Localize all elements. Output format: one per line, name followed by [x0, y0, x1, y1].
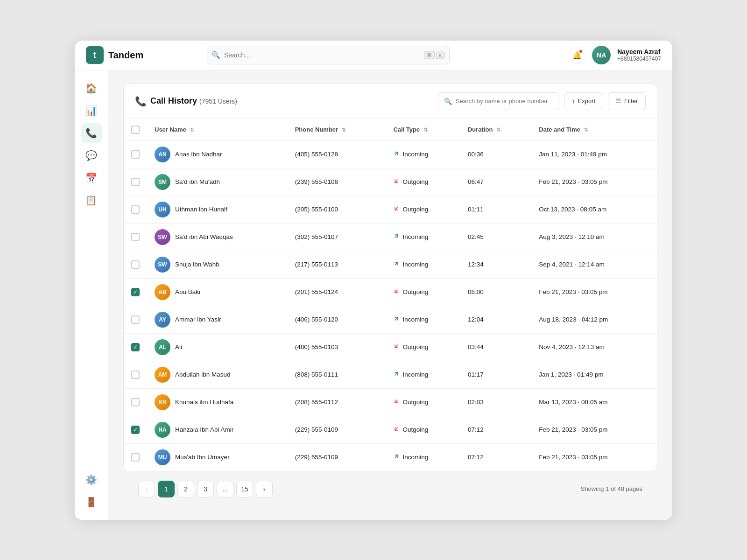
table-row: AY Ammar ibn Yasir (406) 555-0120 Incomi… [124, 306, 657, 333]
cell-calltype: Incoming [386, 361, 460, 388]
header-duration[interactable]: Duration ⇅ [460, 119, 531, 141]
page-button-15[interactable]: 15 [236, 481, 253, 497]
row-duration: 00:36 [468, 151, 484, 158]
sidebar-item-calls[interactable]: 📞 [81, 123, 102, 143]
row-checkbox[interactable] [131, 233, 140, 241]
cell-duration: 01:17 [460, 361, 531, 388]
row-username: Sa'd ibn Abi Waqqas [175, 233, 233, 240]
cell-datetime: Feb 21, 2023 · 03:05 pm [531, 168, 657, 196]
export-icon: ↑ [572, 98, 575, 105]
header-datetime[interactable]: Date and Time ⇅ [531, 119, 657, 141]
cell-username: AY Ammar ibn Yasir [147, 306, 288, 333]
cell-phone: (406) 555-0120 [288, 306, 386, 333]
row-checkbox[interactable]: ✓ [131, 426, 140, 434]
pagination-area: ‹ 1 2 3 ... 15 › Showing 1 of 48 pages [123, 471, 657, 507]
row-datetime: Feb 21, 2023 · 03:05 pm [539, 454, 607, 461]
select-all-checkbox[interactable] [131, 126, 140, 134]
header-phone[interactable]: Phone Number ⇅ [288, 119, 386, 141]
next-page-button[interactable]: › [256, 481, 273, 497]
calltype-col-label: Call Type [393, 126, 420, 133]
sidebar-item-settings[interactable]: ⚙️ [81, 469, 102, 490]
cell-phone: (201) 555-0124 [288, 278, 386, 306]
row-datetime: Feb 21, 2023 · 03:05 pm [539, 426, 607, 433]
cell-duration: 07:12 [460, 443, 531, 471]
row-checkbox[interactable] [131, 178, 140, 186]
row-checkbox[interactable] [131, 205, 140, 214]
incoming-call-icon [393, 260, 400, 268]
row-checkbox-cell [124, 388, 147, 416]
outgoing-call-icon [393, 343, 400, 351]
sidebar-item-logout[interactable]: 🚪 [81, 492, 102, 512]
outgoing-call-icon [393, 398, 400, 406]
row-phone: (808) 555-0111 [295, 371, 338, 378]
cell-calltype: Outgoing [386, 416, 460, 443]
app-window: t Tandem 🔍 ⌘ K 🔔 NA Nayeem Azraf +880158… [75, 41, 672, 520]
cell-duration: 12:34 [460, 251, 531, 278]
row-phone: (405) 555-0128 [295, 151, 338, 158]
row-phone: (239) 555-0108 [295, 178, 338, 185]
prev-page-button[interactable]: ‹ [138, 481, 155, 497]
logout-icon: 🚪 [85, 497, 97, 508]
row-checkbox[interactable]: ✓ [131, 343, 140, 351]
outgoing-call-icon [393, 178, 400, 186]
row-checkbox[interactable] [131, 150, 140, 159]
call-history-card: 📞 Call History (7951 Users) 🔍 ↑ [123, 84, 657, 471]
table-header-row: User Name ⇅ Phone Number ⇅ Call Type ⇅ [124, 119, 657, 141]
sidebar-item-chat[interactable]: 💬 [81, 145, 102, 166]
export-button[interactable]: ↑ Export [564, 92, 603, 110]
page-button-1[interactable]: 1 [158, 481, 175, 497]
header-username[interactable]: User Name ⇅ [147, 119, 288, 141]
table-row: AM Abdullah ibn Masud (808) 555-0111 Inc… [124, 361, 657, 388]
page-button-2[interactable]: 2 [177, 481, 194, 497]
user-name: Nayeem Azraf [617, 48, 661, 56]
row-avatar: AL [155, 339, 170, 355]
page-button-3[interactable]: 3 [197, 481, 214, 497]
outgoing-call-icon [393, 426, 400, 434]
row-checkbox[interactable] [131, 398, 140, 406]
row-checkbox-cell [124, 196, 147, 223]
row-checkbox-cell [124, 168, 147, 196]
pagination: ‹ 1 2 3 ... 15 › [138, 481, 273, 497]
cell-datetime: Oct 13, 2023 · 08:05 am [531, 196, 657, 223]
incoming-call-icon [393, 315, 400, 323]
cell-datetime: Jan 11, 2023 · 01:49 pm [531, 140, 657, 168]
call-history-search-input[interactable] [456, 98, 553, 105]
cell-username: AB Abu Bakr [147, 278, 288, 306]
sidebar-item-home[interactable]: 🏠 [81, 78, 102, 98]
sidebar-bottom: ⚙️ 🚪 [81, 469, 102, 512]
filter-button[interactable]: ☰ Filter [608, 92, 646, 110]
row-checkbox[interactable] [131, 453, 140, 462]
cell-phone: (480) 555-0103 [288, 333, 386, 361]
header-calltype[interactable]: Call Type ⇅ [386, 119, 460, 141]
row-avatar: HA [155, 422, 170, 438]
row-checkbox[interactable] [131, 315, 140, 324]
row-datetime: Feb 21, 2023 · 03:05 pm [539, 178, 607, 185]
cell-datetime: Mar 13, 2023 · 08:05 am [531, 388, 657, 416]
cell-username: AM Abdullah ibn Masud [147, 361, 288, 388]
sidebar-item-notes[interactable]: 📋 [81, 190, 102, 210]
row-calltype: Outgoing [402, 343, 428, 350]
row-duration: 02:03 [468, 399, 484, 406]
topbar-search-input[interactable] [207, 46, 450, 64]
sidebar-item-analytics[interactable]: 📊 [81, 100, 102, 121]
table-row: MU Mus'ab Ibn Umayer (229) 555-0109 Inco… [124, 443, 657, 471]
sidebar-item-calendar[interactable]: 📅 [81, 168, 102, 188]
cell-phone: (205) 555-0100 [288, 196, 386, 223]
row-username: Mus'ab Ibn Umayer [175, 454, 230, 461]
logo-area[interactable]: t Tandem [86, 46, 143, 64]
row-calltype: Incoming [402, 233, 428, 240]
row-avatar: KH [155, 394, 170, 410]
row-phone: (217) 555-0113 [295, 261, 338, 268]
cell-calltype: Outgoing [386, 278, 460, 306]
row-username: Abu Bakr [175, 288, 201, 295]
cell-calltype: Incoming [386, 443, 460, 471]
row-checkbox[interactable] [131, 371, 140, 379]
cell-username: SW Shuja ibn Wahb [147, 251, 288, 278]
cell-calltype: Incoming [386, 306, 460, 333]
avatar-initials: NA [597, 51, 606, 59]
row-checkbox[interactable] [131, 260, 140, 269]
notification-button[interactable]: 🔔 [569, 47, 585, 63]
cell-calltype: Outgoing [386, 196, 460, 223]
page-button-ellipsis[interactable]: ... [217, 481, 233, 497]
row-checkbox[interactable]: ✓ [131, 288, 140, 296]
